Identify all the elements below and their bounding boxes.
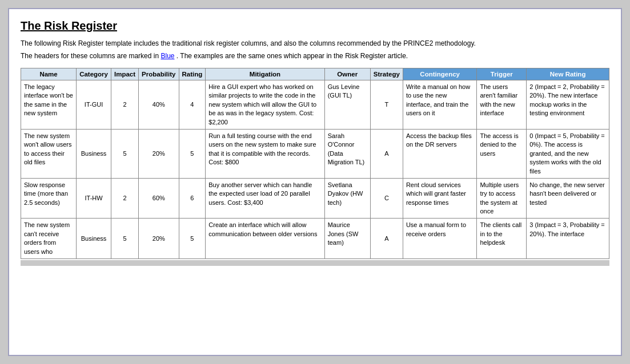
table-cell: IT-GUI <box>77 80 111 130</box>
table-cell: IT-HW <box>77 178 111 219</box>
table-cell: 0 (Impact = 5, Probability = 0%). The ac… <box>527 129 609 178</box>
table-cell: Svetlana Dyakov (HW tech) <box>324 178 370 219</box>
description-blue-text: Blue <box>160 52 174 60</box>
table-cell: Run a full testing course with the end u… <box>206 129 324 178</box>
table-cell: Create an interface which will allow com… <box>206 219 324 259</box>
page-container: The Risk Register The following Risk Reg… <box>8 8 622 356</box>
table-row: The legacy interface won't be the same i… <box>21 80 609 130</box>
page-title: The Risk Register <box>21 19 609 33</box>
table-cell: Multiple users try to access the system … <box>477 178 527 219</box>
table-cell: 2 (Impact = 2, Probability = 20%). The n… <box>527 80 609 130</box>
table-cell: A <box>370 219 403 259</box>
table-cell: 2 <box>111 178 138 219</box>
col-header-owner: Owner <box>324 68 370 80</box>
table-cell: The new system won't allow users to acce… <box>21 129 77 178</box>
table-cell: The clients call in to the helpdesk <box>477 219 527 259</box>
col-header-strategy: Strategy <box>370 68 403 80</box>
col-header-category: Category <box>77 68 111 80</box>
table-cell: Buy another server which can handle the … <box>206 178 324 219</box>
col-header-contingency: Contingency <box>403 68 477 80</box>
table-cell: Business <box>77 219 111 259</box>
table-row: The new system can't receive orders from… <box>21 219 609 259</box>
risk-register-table: Name Category Impact Probability Rating … <box>21 68 609 259</box>
description-text1: The following Risk Register template inc… <box>21 39 476 47</box>
table-cell: The legacy interface won't be the same i… <box>21 80 77 130</box>
table-cell: 40% <box>139 80 179 130</box>
description-line1: The following Risk Register template inc… <box>21 38 609 48</box>
col-header-mitigation: Mitigation <box>206 68 324 80</box>
col-header-trigger: Trigger <box>477 68 527 80</box>
table-cell: Write a manual on how to use the new int… <box>403 80 477 130</box>
table-cell: 5 <box>111 129 138 178</box>
table-cell: The users aren't familiar with the new i… <box>477 80 527 130</box>
table-cell: No change, the new server hasn't been de… <box>527 178 609 219</box>
col-header-probability: Probability <box>139 68 179 80</box>
table-cell: 6 <box>179 178 206 219</box>
table-cell: 2 <box>111 80 138 130</box>
col-header-impact: Impact <box>111 68 138 80</box>
table-cell: 60% <box>139 178 179 219</box>
table-cell: 20% <box>139 129 179 178</box>
table-cell: 4 <box>179 80 206 130</box>
table-cell: Hire a GUI expert who has worked on simi… <box>206 80 324 130</box>
table-cell: Business <box>77 129 111 178</box>
table-cell: Access the backup files on the DR server… <box>403 129 477 178</box>
table-row: The new system won't allow users to acce… <box>21 129 609 178</box>
description-line2: The headers for these columns are marked… <box>21 51 609 61</box>
col-header-name: Name <box>21 68 77 80</box>
table-cell: The access is denied to the users <box>477 129 527 178</box>
table-cell: Gus Levine (GUI TL) <box>324 80 370 130</box>
table-cell: 5 <box>179 219 206 259</box>
description-text2-part1: The headers for these columns are marked… <box>21 52 159 60</box>
table-row: Slow response time (more than 2.5 second… <box>21 178 609 219</box>
table-cell: 5 <box>179 129 206 178</box>
col-header-rating: Rating <box>179 68 206 80</box>
description-text2-part2: . The examples are the same ones which a… <box>176 52 408 60</box>
table-cell: Rent cloud services which will grant fas… <box>403 178 477 219</box>
table-cell: 20% <box>139 219 179 259</box>
table-cell: C <box>370 178 403 219</box>
table-cell: The new system can't receive orders from… <box>21 219 77 259</box>
col-header-new-rating: New Rating <box>527 68 609 80</box>
table-cell: T <box>370 80 403 130</box>
table-cell: 5 <box>111 219 138 259</box>
table-cell: Use a manual form to receive orders <box>403 219 477 259</box>
table-cell: 3 (Impact = 3, Probability = 20%). The i… <box>527 219 609 259</box>
horizontal-scrollbar[interactable] <box>21 260 609 266</box>
table-cell: Slow response time (more than 2.5 second… <box>21 178 77 219</box>
table-cell: Maurice Jones (SW team) <box>324 219 370 259</box>
table-cell: Sarah O'Connor (Data Migration TL) <box>324 129 370 178</box>
table-cell: A <box>370 129 403 178</box>
table-header-row: Name Category Impact Probability Rating … <box>21 68 609 80</box>
